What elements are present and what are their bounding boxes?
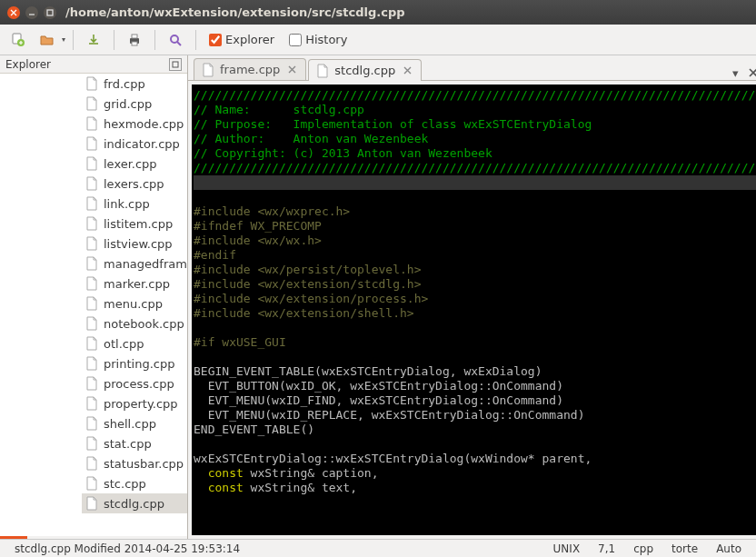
file-name: printing.cpp — [104, 357, 174, 371]
toolbar-separator — [73, 30, 74, 50]
file-name: marker.cpp — [104, 277, 170, 291]
status-theme: torte — [662, 542, 707, 555]
status-position: 7,1 — [589, 542, 624, 555]
svg-rect-0 — [47, 10, 53, 15]
file-name: lexers.cpp — [104, 177, 164, 191]
status-mode: Auto — [707, 542, 751, 555]
file-item[interactable]: managedframe.cpp — [82, 254, 187, 274]
file-name: grid.cpp — [104, 97, 152, 111]
file-item[interactable]: notebook.cpp — [82, 313, 187, 333]
status-file-info: stcdlg.cpp Modified 2014-04-25 19:53:14 — [5, 542, 544, 555]
explorer-header: Explorer — [0, 55, 187, 74]
toolbar-separator — [114, 30, 114, 50]
open-dropdown-icon[interactable]: ▾ — [62, 35, 65, 44]
file-list[interactable]: frd.cppgrid.cpphexmode.cppindicator.cppl… — [0, 74, 187, 536]
file-name: lexer.cpp — [104, 157, 157, 171]
svg-rect-7 — [173, 62, 178, 67]
svg-point-6 — [171, 35, 178, 43]
history-checkbox[interactable] — [289, 34, 302, 46]
file-name: hexmode.cpp — [104, 117, 184, 131]
status-bar: stcdlg.cpp Modified 2014-04-25 19:53:14 … — [0, 539, 756, 557]
explorer-toggle-label: Explorer — [225, 33, 274, 46]
new-file-button[interactable] — [5, 27, 31, 53]
file-name: process.cpp — [104, 377, 174, 391]
file-item[interactable]: process.cpp — [82, 373, 187, 393]
file-name: notebook.cpp — [104, 317, 184, 331]
file-name: stat.cpp — [104, 437, 152, 451]
file-item[interactable]: marker.cpp — [82, 274, 187, 293]
file-item[interactable]: indicator.cpp — [82, 134, 187, 154]
explorer-maximize-button[interactable] — [169, 58, 182, 71]
explorer-toggle[interactable]: Explorer — [204, 33, 280, 46]
print-button[interactable] — [122, 27, 147, 53]
file-name: listview.cpp — [104, 237, 173, 251]
tab-close-icon[interactable] — [401, 65, 413, 77]
window-maximize-button[interactable] — [44, 6, 56, 19]
tab-menu-button[interactable]: ▾ — [728, 65, 742, 80]
file-item[interactable]: stc.cpp — [82, 473, 187, 493]
find-button[interactable] — [163, 27, 188, 53]
status-language: cpp — [624, 542, 662, 555]
explorer-checkbox[interactable] — [209, 34, 222, 46]
file-name: menu.cpp — [104, 297, 163, 311]
file-item[interactable]: hexmode.cpp — [82, 114, 187, 134]
file-name: property.cpp — [104, 397, 178, 411]
titlebar: /home/anton/wxExtension/extension/src/st… — [0, 0, 756, 25]
code-editor[interactable]: ////////////////////////////////////////… — [192, 85, 756, 535]
tab[interactable]: stcdlg.cpp — [308, 59, 422, 81]
file-item[interactable]: link.cpp — [82, 194, 187, 214]
window-minimize-button[interactable] — [25, 6, 38, 19]
tab-close-all-button[interactable] — [746, 65, 756, 80]
file-item[interactable]: otl.cpp — [82, 333, 187, 353]
file-item[interactable]: listitem.cpp — [82, 214, 187, 234]
toolbar: ▾ Explorer History — [0, 25, 756, 55]
file-item[interactable]: statusbar.cpp — [82, 453, 187, 473]
svg-rect-5 — [132, 42, 137, 45]
tab[interactable]: frame.cpp — [194, 58, 306, 80]
file-name: statusbar.cpp — [104, 457, 184, 471]
file-item[interactable]: listview.cpp — [82, 234, 187, 254]
file-name: indicator.cpp — [104, 137, 180, 151]
tab-bar: frame.cppstcdlg.cpp ▾ — [188, 55, 756, 81]
file-item[interactable]: menu.cpp — [82, 293, 187, 313]
tab-label: frame.cpp — [220, 63, 280, 76]
window-title: /home/anton/wxExtension/extension/src/st… — [65, 5, 405, 19]
history-toggle-label: History — [305, 33, 347, 46]
save-button[interactable] — [81, 27, 106, 53]
file-name: stcdlg.cpp — [104, 497, 164, 511]
file-name: shell.cpp — [104, 417, 156, 431]
file-item[interactable]: frd.cpp — [82, 74, 187, 94]
file-name: frd.cpp — [104, 77, 145, 91]
file-item[interactable]: lexers.cpp — [82, 174, 187, 194]
file-item[interactable]: printing.cpp — [82, 353, 187, 373]
toolbar-separator — [195, 30, 196, 50]
explorer-panel: Explorer frd.cppgrid.cpphexmode.cppindic… — [0, 55, 188, 539]
file-name: stc.cpp — [104, 477, 146, 491]
file-name: managedframe.cpp — [104, 257, 187, 271]
tab-label: stcdlg.cpp — [334, 64, 395, 77]
file-name: otl.cpp — [104, 337, 144, 351]
window-close-button[interactable] — [7, 6, 20, 19]
file-item[interactable]: shell.cpp — [82, 413, 187, 433]
toolbar-separator — [154, 30, 155, 50]
tab-close-icon[interactable] — [285, 64, 298, 76]
file-item[interactable]: stat.cpp — [82, 433, 187, 453]
explorer-title: Explorer — [5, 58, 51, 71]
file-item[interactable]: lexer.cpp — [82, 154, 187, 174]
file-item[interactable]: property.cpp — [82, 393, 187, 413]
file-name: link.cpp — [104, 197, 150, 211]
file-item[interactable]: stcdlg.cpp — [82, 493, 187, 513]
status-eol: UNIX — [544, 542, 590, 555]
svg-rect-4 — [132, 35, 137, 38]
open-file-button[interactable] — [35, 27, 60, 53]
history-toggle[interactable]: History — [284, 33, 353, 46]
editor-pane: frame.cppstcdlg.cpp ▾ //////////////////… — [188, 55, 756, 539]
file-item[interactable]: grid.cpp — [82, 94, 187, 114]
file-name: listitem.cpp — [104, 217, 173, 231]
